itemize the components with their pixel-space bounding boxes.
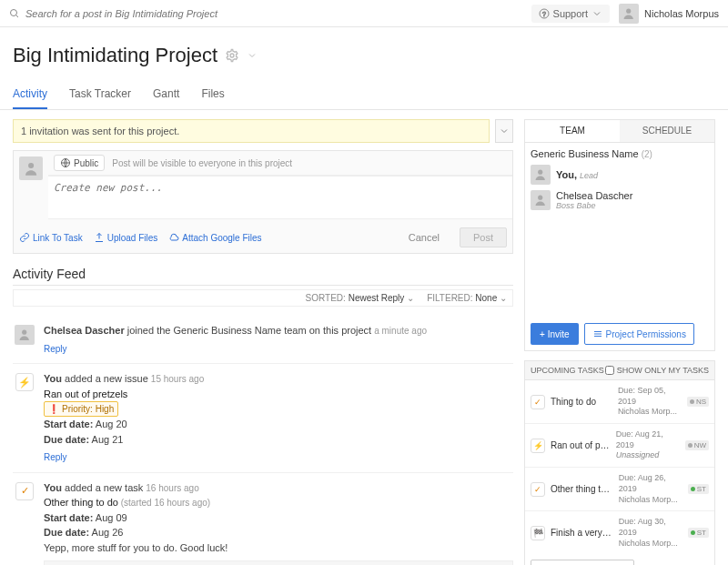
task-row[interactable]: 🏁Finish a very importa...Due: Aug 30, 20… [525, 511, 714, 554]
team-member: Chelsea DascherBoss Babe [531, 190, 709, 210]
sort-control[interactable]: SORTED: Newest Reply ⌄ [306, 293, 415, 303]
svg-point-10 [538, 170, 542, 175]
issue-icon: ⚡ [15, 373, 34, 391]
task-name: Other thing to do [551, 484, 613, 494]
task-status-badge: NS [687, 397, 709, 407]
reply-link[interactable]: Reply [44, 450, 67, 464]
invitation-notice: 1 invitation was sent for this project. [13, 119, 490, 143]
tab-activity[interactable]: Activity [13, 80, 47, 109]
attach-google-files[interactable]: Attach Google Files [168, 232, 261, 243]
avatar [531, 190, 551, 210]
task-row[interactable]: ✓Other thing to doDue: Aug 26, 2019Nicho… [525, 468, 714, 511]
team-name: Generic Business Name (2) [531, 148, 709, 159]
task-name: Ran out of pretzels [551, 440, 611, 450]
task-title: Other thing to do [44, 497, 118, 508]
cloud-icon [168, 232, 179, 243]
link-to-task[interactable]: Link To Task [19, 232, 83, 243]
task-row[interactable]: ✓Thing to doDue: Sep 05, 2019Nicholas Mo… [525, 380, 714, 424]
chevron-down-icon [499, 126, 510, 136]
task-icon: ⚡ [531, 439, 545, 453]
feed-item: ⚡ You added a new issue 15 hours ago Ran… [13, 364, 513, 473]
upcoming-tasks: UPCOMING TASKS SHOW ONLY MY TASKS ✓Thing… [524, 360, 715, 565]
task-icon: 🏁 [531, 526, 545, 540]
upcoming-heading: UPCOMING TASKS [531, 366, 604, 375]
feed-item: ✓ You added a new task 16 hours ago Othe… [13, 473, 513, 566]
show-only-my-tasks[interactable]: SHOW ONLY MY TASKS [605, 366, 709, 375]
svg-point-6 [28, 163, 34, 168]
support-button[interactable]: ? Support [531, 5, 611, 23]
support-label: Support [553, 8, 589, 19]
task-due: Due: Aug 26, 2019Nicholas Morp... [619, 473, 682, 505]
svg-point-0 [11, 9, 17, 15]
see-full-task-tracker[interactable]: See Full Task Tracker [531, 560, 634, 565]
task-icon: ✓ [15, 482, 34, 500]
user-name-label: Nicholas Morpus [644, 8, 719, 19]
feed-heading: Activity Feed [13, 267, 513, 281]
globe-icon [60, 157, 71, 168]
tab-files[interactable]: Files [201, 80, 224, 109]
project-permissions-button[interactable]: Project Permissions [584, 323, 694, 345]
invite-button[interactable]: + Invite [531, 323, 579, 345]
task-due: Due: Sep 05, 2019Nicholas Morp... [618, 386, 682, 418]
post-button[interactable]: Post [460, 227, 507, 247]
team-member: You, Lead [531, 165, 709, 185]
visibility-pill[interactable]: Public [54, 155, 105, 171]
search-icon [9, 8, 20, 19]
task-note: Yepp, more stuff for you to do. Good luc… [44, 540, 513, 556]
compose-textarea[interactable] [48, 176, 512, 219]
task-status-badge: NW [685, 440, 709, 450]
cancel-button[interactable]: Cancel [399, 228, 449, 247]
task-icon: ✓ [531, 395, 545, 409]
avatar [19, 156, 43, 180]
tab-gantt[interactable]: Gantt [153, 80, 179, 109]
task-status-badge: ST [688, 484, 709, 494]
tab-schedule[interactable]: SCHEDULE [620, 120, 714, 142]
visibility-text: Post will be visible to everyone in this… [112, 158, 292, 168]
task-row[interactable]: ⚡Ran out of pretzelsDue: Aug 21, 2019Una… [525, 424, 714, 468]
project-tabs: Activity Task Tracker Gantt Files [0, 80, 728, 110]
task-icon: ✓ [531, 482, 545, 497]
upload-icon [94, 232, 105, 243]
task-due: Due: Aug 21, 2019Unassigned [616, 429, 680, 461]
tab-task-tracker[interactable]: Task Tracker [69, 80, 131, 109]
gear-icon[interactable] [225, 48, 239, 63]
search-input[interactable] [25, 8, 298, 19]
nested-post: You posted via Mavenlink 16 hours ago I'… [44, 560, 513, 565]
svg-point-8 [22, 330, 26, 335]
permissions-icon [592, 328, 603, 339]
feed-item: Chelsea Dascher joined the Generic Busin… [13, 316, 513, 364]
current-user[interactable]: Nicholas Morpus [619, 4, 719, 24]
task-name: Thing to do [551, 397, 612, 407]
avatar [15, 325, 35, 345]
svg-point-5 [230, 54, 234, 57]
svg-point-11 [538, 196, 542, 200]
chevron-down-icon [592, 8, 602, 19]
task-status-badge: ST [688, 528, 709, 538]
filter-control[interactable]: FILTERED: None ⌄ [427, 293, 507, 303]
svg-point-4 [627, 8, 632, 13]
page-title: Big Intimidating Project [13, 44, 217, 67]
help-icon: ? [539, 8, 550, 19]
chevron-down-icon[interactable] [247, 50, 258, 61]
compose-box: Public Post will be visible to everyone … [13, 150, 513, 254]
svg-text:?: ? [542, 10, 546, 16]
collapse-button[interactable] [495, 119, 513, 143]
priority-badge: ❗Priority: High [44, 401, 118, 417]
avatar [619, 4, 639, 24]
task-due: Due: Aug 30, 2019Nicholas Morp... [619, 517, 682, 549]
upload-files[interactable]: Upload Files [94, 232, 158, 243]
avatar [531, 165, 551, 185]
issue-title: Ran out of pretzels [44, 387, 513, 402]
task-name: Finish a very importa... [551, 528, 613, 538]
link-icon [19, 232, 30, 243]
tab-team[interactable]: TEAM [525, 120, 620, 142]
svg-line-1 [16, 15, 19, 17]
reply-link[interactable]: Reply [44, 342, 67, 356]
